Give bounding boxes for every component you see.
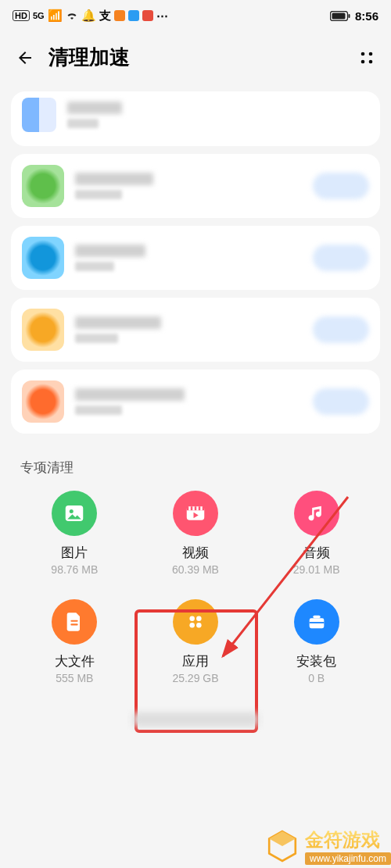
svg-point-20 (196, 623, 202, 628)
status-bar: HD 5G 📶 🔔 支 ⋯ 8:56 (0, 0, 391, 31)
alipay-icon: 支 (99, 9, 111, 23)
action-button[interactable] (313, 316, 369, 343)
tile-label: 大文件 (55, 652, 95, 670)
app-icon (22, 309, 64, 351)
svg-rect-16 (71, 623, 78, 625)
more-icon: ⋯ (156, 9, 168, 23)
page-title: 清理加速 (48, 44, 130, 71)
tile-label: 安装包 (296, 652, 336, 670)
svg-rect-13 (196, 506, 199, 510)
svg-rect-23 (309, 622, 324, 623)
video-icon (173, 491, 218, 536)
svg-rect-22 (313, 616, 320, 619)
apps-icon (173, 599, 218, 645)
file-icon (52, 599, 97, 645)
tile-label: 音频 (303, 544, 330, 562)
clock: 8:56 (355, 9, 378, 23)
signal-icon: 📶 (48, 9, 63, 23)
watermark-icon (266, 830, 299, 863)
list-item[interactable] (11, 91, 380, 146)
action-button[interactable] (313, 173, 369, 199)
svg-rect-11 (188, 506, 191, 510)
svg-point-3 (361, 52, 365, 55)
menu-icon[interactable] (358, 49, 375, 66)
tile-label: 图片 (61, 544, 88, 562)
action-button[interactable] (313, 245, 369, 271)
watermark-url: www.yikajinfu.com (305, 852, 391, 865)
svg-point-17 (189, 616, 195, 621)
network-label: 5G (33, 11, 45, 20)
svg-rect-1 (332, 13, 345, 19)
list-item[interactable] (11, 298, 380, 362)
app2-icon (114, 10, 125, 21)
tile-large-files[interactable]: 大文件 555 MB (14, 593, 135, 691)
bottom-text (0, 709, 391, 745)
hd-icon: HD (13, 10, 30, 21)
svg-point-6 (369, 59, 373, 63)
svg-rect-2 (348, 14, 350, 18)
action-button[interactable] (313, 388, 369, 415)
svg-point-8 (70, 509, 74, 513)
svg-point-4 (369, 52, 373, 55)
pkg-icon (294, 599, 339, 645)
battery-icon (330, 11, 350, 21)
list-item[interactable] (11, 226, 380, 290)
app3-icon (128, 10, 139, 21)
app-header: 清理加速 (0, 31, 391, 84)
svg-point-19 (189, 623, 195, 628)
tile-size: 60.39 MB (172, 563, 219, 576)
app-icon (22, 165, 64, 207)
watermark-brand: 金符游戏 (305, 827, 391, 852)
tile-size: 25.29 GB (172, 672, 218, 684)
image-icon (52, 491, 97, 536)
app-icon (22, 237, 64, 279)
tile-images[interactable]: 图片 98.76 MB (14, 484, 135, 582)
tile-audio[interactable]: 音频 29.01 MB (256, 484, 377, 582)
tile-size: 555 MB (56, 672, 93, 684)
svg-rect-15 (71, 620, 78, 622)
section-title: 专项清理 (0, 441, 391, 484)
svg-rect-14 (200, 506, 203, 510)
svg-point-5 (361, 59, 365, 63)
list-item[interactable] (11, 370, 380, 434)
tile-label: 应用 (182, 652, 209, 670)
tile-videos[interactable]: 视频 60.39 MB (135, 484, 256, 582)
watermark: 金符游戏 www.yikajinfu.com (266, 827, 391, 865)
list-item[interactable] (11, 154, 380, 218)
svg-point-18 (196, 616, 202, 621)
tile-size: 29.01 MB (293, 563, 340, 576)
app-icon (22, 380, 64, 423)
tile-apps[interactable]: 应用 25.29 GB (135, 593, 256, 691)
cleanup-grid: 图片 98.76 MB 视频 60.39 MB 音频 29.01 MB 大文件 … (0, 484, 391, 709)
audio-icon (294, 491, 339, 536)
app-icon (22, 98, 56, 132)
wifi-icon (66, 11, 78, 20)
svg-rect-12 (192, 506, 195, 510)
tile-size: 98.76 MB (51, 563, 98, 576)
tile-size: 0 B (308, 672, 325, 684)
back-icon[interactable] (16, 48, 34, 67)
tile-label: 视频 (182, 544, 209, 562)
app4-icon (142, 10, 153, 21)
app-icon: 🔔 (81, 9, 96, 23)
tile-packages[interactable]: 安装包 0 B (256, 593, 377, 691)
